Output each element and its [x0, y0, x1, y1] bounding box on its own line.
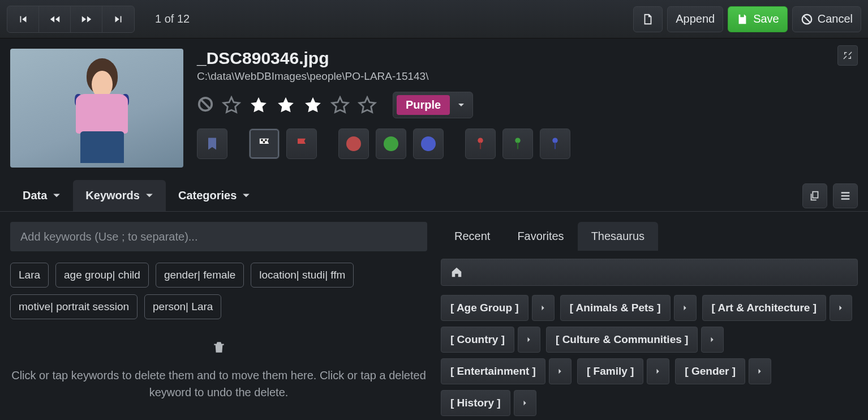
category-expand[interactable] — [514, 390, 536, 416]
flag-checkered-marker[interactable] — [249, 128, 280, 159]
svg-point-5 — [478, 138, 483, 143]
category-expand[interactable] — [549, 358, 571, 384]
thumbnail[interactable] — [10, 49, 183, 168]
svg-point-9 — [552, 138, 557, 143]
main-tabs: Data Keywords Categories — [0, 180, 868, 212]
category-button[interactable]: [ History ] — [441, 390, 510, 416]
chevron-down-icon — [53, 192, 61, 200]
filename: _DSC890346.jpg — [197, 49, 858, 68]
category-expand[interactable] — [749, 358, 771, 384]
svg-point-7 — [515, 138, 520, 143]
star-1[interactable] — [249, 96, 268, 115]
category-grid: [ Age Group ][ Animals & Pets ][ Art & A… — [441, 295, 858, 416]
trash-icon[interactable] — [212, 340, 226, 354]
nav-group — [7, 6, 135, 33]
svg-rect-4 — [263, 141, 265, 143]
color-label-chip: Purple — [397, 95, 450, 115]
pin-blue-marker[interactable] — [540, 128, 570, 159]
pin-red-marker[interactable] — [465, 128, 496, 159]
svg-rect-3 — [265, 139, 267, 142]
thesaurus-home[interactable] — [441, 259, 858, 286]
thesaurus-tabs: Recent Favorites Thesaurus — [441, 222, 858, 251]
tab-data[interactable]: Data — [10, 180, 73, 211]
reject-icon[interactable] — [197, 96, 214, 115]
category-expand[interactable] — [830, 295, 852, 321]
tab-recent[interactable]: Recent — [441, 222, 504, 251]
flag-red-marker[interactable] — [286, 128, 317, 159]
category-expand[interactable] — [647, 358, 669, 384]
category-button[interactable]: [ Entertainment ] — [441, 358, 545, 384]
star-2[interactable] — [276, 96, 295, 115]
star-5[interactable] — [358, 96, 377, 115]
star-4[interactable] — [330, 96, 350, 115]
rating-row: Purple — [197, 92, 858, 118]
keyword-chip[interactable]: gender| female — [156, 263, 244, 288]
category-button[interactable]: [ Culture & Communities ] — [546, 327, 698, 353]
cancel-button[interactable]: Cancel — [792, 6, 861, 32]
chevron-down-icon — [242, 192, 250, 200]
first-button[interactable] — [7, 6, 39, 32]
svg-rect-6 — [480, 143, 481, 149]
category-expand[interactable] — [532, 295, 555, 321]
keyword-chip[interactable]: person| Lara — [144, 294, 221, 319]
menu-button[interactable] — [833, 183, 858, 208]
last-button[interactable] — [102, 6, 134, 32]
category-button[interactable]: [ Family ] — [577, 358, 643, 384]
tab-favorites[interactable]: Favorites — [504, 222, 577, 251]
tab-categories[interactable]: Categories — [166, 180, 263, 211]
page-counter: 1 of 12 — [155, 12, 190, 25]
thesaurus-pane: Recent Favorites Thesaurus [ Age Group ]… — [441, 222, 858, 416]
filepath: C:\data\WebDBImages\people\PO-LARA-15143… — [197, 70, 858, 83]
category-expand[interactable] — [674, 295, 697, 321]
category-button[interactable]: [ Animals & Pets ] — [560, 295, 671, 321]
next-button[interactable] — [71, 6, 102, 32]
file-meta-row: _DSC890346.jpg C:\data\WebDBImages\peopl… — [0, 38, 868, 174]
keyword-chips: Laraage group| childgender| femalelocati… — [10, 263, 427, 319]
keyword-chip[interactable]: location| studi| ffm — [251, 263, 354, 288]
keyword-chip[interactable]: age group| child — [55, 263, 149, 288]
keyword-input[interactable] — [10, 222, 427, 251]
dot-red-marker[interactable] — [338, 128, 369, 159]
prev-button[interactable] — [39, 6, 71, 32]
dot-green-marker[interactable] — [376, 128, 406, 159]
tab-thesaurus[interactable]: Thesaurus — [578, 222, 659, 251]
bookmark-marker[interactable] — [197, 128, 227, 159]
svg-rect-2 — [261, 139, 263, 142]
category-button[interactable]: [ Gender ] — [675, 358, 745, 384]
svg-rect-10 — [555, 143, 556, 149]
append-button[interactable]: Append — [667, 6, 723, 32]
copy-button[interactable] — [802, 183, 827, 208]
star-3[interactable] — [303, 96, 323, 115]
trash-hint: Click or tap keywords to delete them and… — [10, 367, 427, 401]
color-label-dropdown[interactable]: Purple — [393, 92, 473, 118]
category-button[interactable]: [ Art & Architecture ] — [702, 295, 826, 321]
top-toolbar: 1 of 12 Append Save Cancel — [0, 0, 868, 38]
svg-rect-8 — [517, 143, 518, 149]
tab-keywords[interactable]: Keywords — [73, 180, 166, 211]
pin-green-marker[interactable] — [502, 128, 533, 159]
category-button[interactable]: [ Country ] — [441, 327, 514, 353]
keyword-chip[interactable]: Lara — [10, 263, 49, 288]
save-icon — [736, 13, 749, 25]
category-expand[interactable] — [518, 327, 540, 353]
save-button[interactable]: Save — [728, 6, 788, 32]
new-file-button[interactable] — [633, 6, 663, 32]
chevron-down-icon — [145, 192, 153, 200]
keywords-pane: Laraage group| childgender| femalelocati… — [10, 222, 427, 416]
trash-zone: Click or tap keywords to delete them and… — [10, 340, 427, 401]
keyword-chip[interactable]: motive| portrait session — [10, 294, 137, 319]
star-outline-icon[interactable] — [222, 96, 241, 115]
expand-button[interactable] — [837, 45, 858, 66]
category-expand[interactable] — [701, 327, 724, 353]
chevron-down-icon — [450, 102, 472, 109]
home-icon — [450, 266, 463, 278]
marker-row — [197, 128, 858, 159]
dot-blue-marker[interactable] — [413, 128, 444, 159]
category-button[interactable]: [ Age Group ] — [441, 295, 528, 321]
content-row: Laraage group| childgender| femalelocati… — [0, 212, 868, 420]
cancel-icon — [801, 13, 813, 25]
